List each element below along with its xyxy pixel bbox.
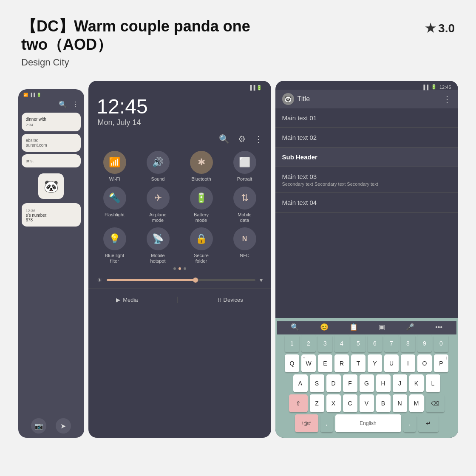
kb-mic-icon[interactable]: 🎤 xyxy=(406,323,414,331)
key-t[interactable]: T xyxy=(351,354,366,372)
s2-more-icon[interactable]: ⋮ xyxy=(254,134,263,144)
qs-airplane-label: Airplanemode xyxy=(149,212,166,223)
key-symbols[interactable]: !@# xyxy=(295,414,318,432)
qs-bluelight[interactable]: 💡 Blue lightfilter xyxy=(95,227,134,264)
signal-icon: ▐▐ xyxy=(30,93,35,97)
s3-titlebar: 🐼 Title ⋮ xyxy=(275,90,458,108)
key-space[interactable]: English xyxy=(335,414,401,432)
key-a[interactable]: A xyxy=(293,374,308,392)
key-v[interactable]: V xyxy=(360,394,374,412)
key-x[interactable]: X xyxy=(326,394,341,412)
key-g[interactable]: G xyxy=(360,374,374,392)
keyboard-row-zxcv: ⇧ Z X C V B N M ⌫ xyxy=(277,394,456,412)
qs-bluetooth[interactable]: ✱ Bluetooth xyxy=(182,151,221,182)
key-enter[interactable]: ↵ xyxy=(418,414,439,432)
qs-nfc-icon: N xyxy=(233,227,256,250)
kb-more-icon[interactable]: ••• xyxy=(435,323,442,331)
media-button[interactable]: ▶ Media xyxy=(116,296,138,303)
keyboard[interactable]: 🔍 😊 📋 ▣ 🎤 ••• 1 2 3 4 5 6 7 8 9 0 Q xyxy=(275,318,458,438)
brightness-slider[interactable]: ☀ ▾ xyxy=(88,270,271,283)
key-d[interactable]: D xyxy=(326,374,341,392)
key-8[interactable]: 8 xyxy=(401,334,415,352)
key-r[interactable]: R xyxy=(334,354,349,372)
key-m[interactable]: M xyxy=(409,394,424,412)
key-comma[interactable]: , xyxy=(320,414,333,432)
key-7[interactable]: 7 xyxy=(384,334,399,352)
key-k[interactable]: K xyxy=(409,374,424,392)
slider-thumb[interactable] xyxy=(193,278,198,283)
qs-battery[interactable]: 🔋 Batterymode xyxy=(182,187,221,223)
key-u[interactable]: U xyxy=(384,354,399,372)
qs-airplane[interactable]: ✈ Airplanemode xyxy=(139,187,178,223)
notif-time-4: 12:36 xyxy=(26,209,76,213)
header-left: 【DC】Warm couple panda one two（AOD） Desig… xyxy=(21,17,276,68)
key-o[interactable]: O xyxy=(417,354,432,372)
key-f[interactable]: F xyxy=(343,374,357,392)
kb-search-icon[interactable]: 🔍 xyxy=(291,323,299,331)
kb-clipboard-icon[interactable]: 📋 xyxy=(349,323,358,331)
key-period[interactable]: . xyxy=(403,414,416,432)
notification-4: 12:36 s's number:678 xyxy=(22,203,81,227)
qs-secure[interactable]: 🔒 Securefolder xyxy=(182,227,221,264)
key-z[interactable]: Z xyxy=(310,394,324,412)
key-5[interactable]: 5 xyxy=(351,334,366,352)
key-b[interactable]: B xyxy=(376,394,391,412)
key-backspace[interactable]: ⌫ xyxy=(426,394,445,412)
qs-nfc-label: NFC xyxy=(240,253,249,258)
keyboard-row-bottom: !@# , English . ↵ xyxy=(277,414,456,432)
qs-sound-icon: 🔊 xyxy=(147,151,170,174)
key-3[interactable]: 3 xyxy=(318,334,332,352)
slider-track[interactable] xyxy=(107,279,255,281)
key-n[interactable]: N xyxy=(393,394,407,412)
qs-flashlight[interactable]: 🔦 Flashlight xyxy=(95,187,134,223)
key-6[interactable]: 6 xyxy=(368,334,382,352)
qs-mobile-data[interactable]: ⇅ Mobiledata xyxy=(225,187,264,223)
qs-hotspot[interactable]: 📡 Mobilehotspot xyxy=(139,227,178,264)
key-4[interactable]: 4 xyxy=(334,334,349,352)
camera-icon[interactable]: 📷 xyxy=(31,418,46,434)
key-e[interactable]: E xyxy=(318,354,332,372)
qs-portrait-label: Portrait xyxy=(237,176,252,182)
qs-battery-label: Batterymode xyxy=(194,212,209,223)
slider-expand-icon[interactable]: ▾ xyxy=(260,277,263,283)
key-0[interactable]: 0 xyxy=(434,334,448,352)
key-2[interactable]: 2 xyxy=(301,334,316,352)
notif-text-2: ebsite:aurant.com xyxy=(26,138,76,147)
brightness-icon: ☀ xyxy=(97,277,102,283)
qs-sound[interactable]: 🔊 Sound xyxy=(139,151,178,182)
kb-emoji-icon[interactable]: 😊 xyxy=(320,323,329,331)
s1-statusbar: 📶 ▐▐ 🔋 xyxy=(18,89,84,99)
qs-secure-icon: 🔒 xyxy=(190,227,213,250)
qs-hotspot-label: Mobilehotspot xyxy=(150,253,165,264)
key-h[interactable]: H xyxy=(376,374,391,392)
key-q[interactable]: Q xyxy=(285,354,299,372)
search-icon[interactable]: 🔍 xyxy=(59,100,67,108)
key-1[interactable]: 1 xyxy=(285,334,299,352)
s3-title-text: Title xyxy=(298,95,310,103)
s2-search-icon[interactable]: 🔍 xyxy=(219,134,230,144)
kb-gif-icon[interactable]: ▣ xyxy=(379,323,385,331)
s3-more-icon[interactable]: ⋮ xyxy=(443,94,451,104)
key-j[interactable]: J xyxy=(393,374,407,392)
list-item-3: Main text 03 Secondary text Secondary te… xyxy=(275,167,458,193)
keyboard-row-qwerty: Q ×W E R T Y U I O |P xyxy=(277,354,456,372)
qs-nfc[interactable]: N NFC xyxy=(225,227,264,264)
key-9[interactable]: 9 xyxy=(417,334,432,352)
key-p[interactable]: |P xyxy=(434,354,448,372)
key-c[interactable]: C xyxy=(343,394,357,412)
rating-value: 3.0 xyxy=(438,22,455,35)
qs-portrait[interactable]: ⬜ Portrait xyxy=(225,151,264,182)
s2-settings-icon[interactable]: ⚙ xyxy=(238,134,246,144)
key-s[interactable]: S xyxy=(310,374,324,392)
more-icon[interactable]: ⋮ xyxy=(72,100,79,108)
s3-time: 12:45 xyxy=(439,85,451,90)
devices-button[interactable]: ⁞⁞ Devices xyxy=(218,296,243,303)
key-shift[interactable]: ⇧ xyxy=(289,394,308,412)
key-y[interactable]: Y xyxy=(368,354,382,372)
key-l[interactable]: L xyxy=(426,374,440,392)
qs-wifi[interactable]: 📶 Wi-Fi xyxy=(95,151,134,182)
send-icon[interactable]: ➤ xyxy=(56,418,71,434)
key-w[interactable]: ×W xyxy=(301,354,316,372)
qs-bluetooth-label: Bluetooth xyxy=(191,176,211,182)
key-i[interactable]: I xyxy=(401,354,415,372)
